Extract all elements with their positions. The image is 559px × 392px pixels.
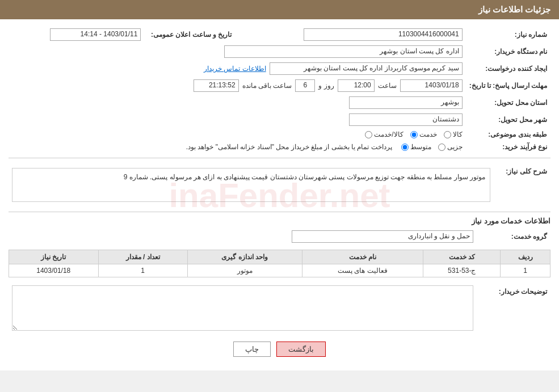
category-khedmat-option[interactable]: خدمت xyxy=(410,130,437,138)
cell-name: فعالیت های پست xyxy=(302,264,423,277)
announce-label: تاریخ و ساعت اعلان عمومی: xyxy=(151,31,232,39)
cell-qty: 1 xyxy=(98,264,187,277)
page-title: جزئیات اطلاعات نیاز xyxy=(478,5,550,14)
need-number-input: 1103004416000041 xyxy=(304,28,463,41)
cell-row: 1 xyxy=(501,264,550,277)
main-content: inaFender.net شماره نیاز: 11030044160000… xyxy=(0,19,559,370)
need-number-label: شماره نیاز: xyxy=(466,26,550,43)
need-number-value: 1103004416000041 xyxy=(235,26,465,43)
deadline-row: 1403/01/18 ساعت 12:00 روز و 6 ساعت باقی … xyxy=(9,77,466,94)
city-value: دشتستان xyxy=(9,111,466,128)
category-value: کالا خدمت کالا/خدمت xyxy=(9,128,466,141)
deadline-label: مهلت ارسال پاسخ: تا تاریخ: xyxy=(466,77,550,94)
service-group-input: حمل و نقل و انبارداری xyxy=(292,230,473,243)
deadline-time-input: 12:00 xyxy=(338,79,375,92)
services-section-title: اطلاعات خدمات مورد نیاز xyxy=(9,217,550,225)
category-label: طبقه بندی موضوعی: xyxy=(466,128,550,141)
cell-unit: موتور xyxy=(187,264,302,277)
table-row: 1 ج-53-531 فعالیت های پست موتور 1 1403/0… xyxy=(9,264,550,277)
city-label: شهر محل تحویل: xyxy=(466,111,550,128)
col-header-name: نام خدمت xyxy=(302,250,423,264)
creator-value-cell: سید کریم موسوی کاربرداز اداره کل پست است… xyxy=(9,60,466,77)
service-group-table: گروه خدمت: حمل و نقل و انبارداری xyxy=(9,228,550,245)
services-table: ردیف کد خدمت نام خدمت واحد اندازه گیری ت… xyxy=(9,250,550,277)
divider-1 xyxy=(9,158,550,158)
category-khedmat-radio[interactable] xyxy=(410,131,418,138)
process-value: جزیی متوسط پرداخت تمام یا بخشی از مبلغ خ… xyxy=(9,141,466,153)
cell-code: ج-53-531 xyxy=(423,264,501,277)
page-wrapper: جزئیات اطلاعات نیاز inaFender.net شماره … xyxy=(0,0,559,370)
creator-contact-link[interactable]: اطلاعات تماس خریدار xyxy=(204,65,266,73)
creator-input: سید کریم موسوی کاربرداز اداره کل پست است… xyxy=(270,62,463,75)
service-group-value: حمل و نقل و انبارداری xyxy=(9,228,477,245)
announce-input: 1403/01/11 - 14:14 xyxy=(50,28,141,41)
col-header-date: تاریخ نیاز xyxy=(9,250,99,264)
category-both-radio[interactable] xyxy=(365,131,372,138)
col-header-row: ردیف xyxy=(501,250,550,264)
buyer-desc-table: توضیحات خریدار: xyxy=(9,283,550,335)
announce-value-cell: 1403/01/11 - 14:14 xyxy=(9,26,144,43)
province-label: استان محل تحویل: xyxy=(466,94,550,111)
buyer-desc-textarea[interactable] xyxy=(12,285,473,331)
process-motevaset-radio[interactable] xyxy=(401,144,409,151)
description-box: موتور سوار مسلط به منطقه جهت توزیع مرسول… xyxy=(12,168,490,202)
category-kala-radio[interactable] xyxy=(444,131,451,138)
back-button[interactable]: بازگشت xyxy=(276,342,326,357)
buttons-row: بازگشت چاپ xyxy=(9,342,550,357)
deadline-time-label: ساعت xyxy=(378,82,397,90)
province-value: بوشهر xyxy=(9,94,466,111)
col-header-unit: واحد اندازه گیری xyxy=(187,250,302,264)
buyer-desc-content xyxy=(9,283,477,335)
deadline-date-input: 1403/01/18 xyxy=(400,79,463,92)
description-label: شرح کلی نیاز: xyxy=(494,163,550,207)
description-table: شرح کلی نیاز: موتور سوار مسلط به منطقه ج… xyxy=(9,163,550,207)
deadline-days-label: روز و xyxy=(318,82,334,90)
category-kala-option[interactable]: کالا xyxy=(444,130,463,138)
process-label: نوع فرآیند خرید: xyxy=(466,141,550,153)
city-input: دشتستان xyxy=(349,113,463,126)
buyer-org-input: اداره کل پست استان بوشهر xyxy=(224,45,463,58)
cell-date: 1403/01/18 xyxy=(9,264,99,277)
buyer-desc-label: توضیحات خریدار: xyxy=(477,283,550,335)
creator-label: ایجاد کننده درخواست: xyxy=(466,60,550,77)
process-motevaset-option[interactable]: متوسط xyxy=(401,143,431,151)
deadline-remaining-input: 21:13:52 xyxy=(194,79,239,92)
page-header: جزئیات اطلاعات نیاز xyxy=(0,0,559,19)
process-jozi-radio[interactable] xyxy=(438,144,445,151)
process-notice: پرداخت تمام یا بخشی از مبلغ خریداز محل "… xyxy=(186,143,392,151)
info-table-top: شماره نیاز: 1103004416000041 تاریخ و ساع… xyxy=(9,26,550,153)
col-header-code: کد خدمت xyxy=(423,250,501,264)
category-both-option[interactable]: کالا/خدمت xyxy=(365,130,403,138)
buyer-org-label: نام دستگاه خریدار: xyxy=(466,43,550,60)
description-content: موتور سوار مسلط به منطقه جهت توزیع مرسول… xyxy=(9,163,494,207)
print-button[interactable]: چاپ xyxy=(233,342,271,357)
province-input: بوشهر xyxy=(349,96,463,109)
service-group-label: گروه خدمت: xyxy=(477,228,550,245)
divider-2 xyxy=(9,212,550,212)
deadline-days-input: 6 xyxy=(295,79,315,92)
col-header-qty: تعداد / مقدار xyxy=(98,250,187,264)
deadline-remaining-label: ساعت باقی مانده xyxy=(242,82,292,90)
process-jozi-option[interactable]: جزیی xyxy=(438,143,463,151)
buyer-org-value: اداره کل پست استان بوشهر xyxy=(9,43,466,60)
